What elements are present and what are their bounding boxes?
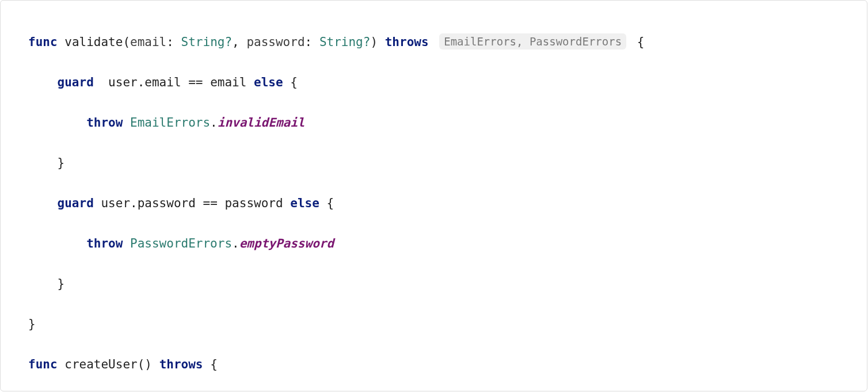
function-name: createUser	[64, 357, 137, 371]
type-string: String	[181, 35, 225, 49]
keyword-guard: guard	[58, 196, 94, 210]
type-passworderrors: PasswordErrors	[130, 237, 232, 250]
code-line[interactable]: }	[28, 153, 867, 173]
code-line[interactable]: func createUser() throws {	[28, 355, 867, 375]
code-line[interactable]: func validate(email: String?, password: …	[28, 32, 867, 52]
keyword-else: else	[290, 196, 319, 210]
keyword-throws: throws	[385, 35, 429, 49]
code-line[interactable]: }	[28, 274, 867, 294]
inlay-hint-throws[interactable]: EmailErrors, PasswordErrors	[439, 33, 626, 50]
param-label: email	[130, 35, 166, 49]
code-editor[interactable]: func validate(email: String?, password: …	[0, 0, 867, 391]
paren-close: )	[370, 35, 378, 49]
keyword-else: else	[254, 75, 283, 89]
type-emailerrors: EmailErrors	[130, 116, 210, 130]
keyword-throws: throws	[159, 357, 203, 371]
keyword-func: func	[28, 357, 58, 371]
enum-case: invalidEmail	[218, 116, 305, 130]
function-name: validate	[64, 35, 123, 49]
code-line[interactable]: throw EmailErrors.invalidEmail	[28, 113, 867, 133]
type-string: String	[319, 35, 363, 49]
keyword-throw: throw	[86, 116, 123, 130]
param-label: password	[246, 35, 304, 49]
code-line[interactable]: guard user.email == email else {	[28, 73, 867, 93]
code-line[interactable]: }	[28, 314, 867, 334]
keyword-func: func	[28, 35, 58, 49]
code-line[interactable]: throw PasswordErrors.emptyPassword	[28, 234, 867, 254]
keyword-guard: guard	[58, 75, 94, 89]
enum-case: emptyPassword	[239, 237, 334, 250]
paren-open: (	[123, 35, 130, 49]
keyword-throw: throw	[86, 237, 123, 250]
code-line[interactable]: guard user.password == password else {	[28, 193, 867, 214]
